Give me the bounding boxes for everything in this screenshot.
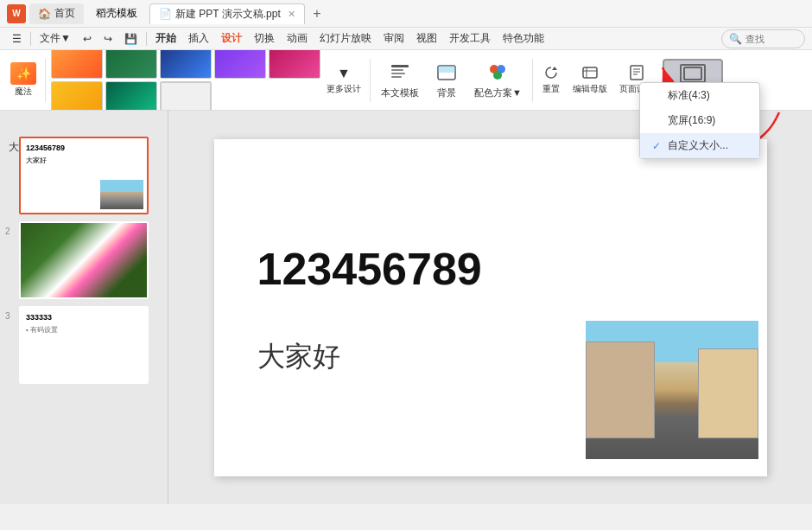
magic-label: 魔法	[15, 86, 32, 98]
template-row-2	[51, 81, 320, 111]
canvas-big-text: 123456789	[257, 243, 482, 295]
slide-num-3: 3	[5, 306, 14, 321]
menu-save[interactable]: 💾	[119, 31, 143, 47]
dropdown-label-widescreen: 宽屏(16:9)	[668, 113, 715, 128]
menu-undo[interactable]: ↩	[78, 31, 97, 47]
slide-size-dropdown: 标准(4:3) 宽屏(16:9) ✓ 自定义大小...	[639, 82, 760, 159]
background-label: 背景	[437, 86, 456, 99]
close-icon[interactable]: ✕	[288, 9, 295, 20]
dropdown-item-widescreen[interactable]: 宽屏(16:9)	[640, 108, 759, 133]
toolbar-divider-1	[45, 59, 46, 102]
reset-icon	[542, 65, 561, 80]
dropdown-item-standard[interactable]: 标准(4:3)	[640, 83, 759, 108]
file-tab-label: 新建 PPT 演示文稿.ppt	[175, 7, 281, 22]
slide-preview-1[interactable]: 123456789 大家好	[19, 137, 149, 214]
menu-dev[interactable]: 开发工具	[444, 29, 496, 48]
slide-2-flower	[21, 223, 147, 297]
home-tab-label: 首页	[54, 6, 75, 21]
home-tab[interactable]: 🏠 首页	[29, 3, 84, 24]
template-row-1	[51, 50, 320, 79]
ppt-icon: 📄	[159, 8, 172, 20]
template-tab[interactable]: 稻壳模板	[87, 3, 146, 24]
menu-view[interactable]: 视图	[411, 29, 442, 48]
slide-1-title: 123456789	[26, 144, 65, 152]
street-image	[586, 321, 758, 459]
menu-animation[interactable]: 动画	[282, 29, 313, 48]
left-panel: 大纲 幻灯片 1 123456789 大家好 2 3	[0, 111, 168, 504]
slide-thumb-2[interactable]: 2	[0, 218, 168, 303]
template-thumb-8[interactable]	[160, 81, 212, 111]
slide-3-content: 333333 • 有码设置	[21, 308, 147, 340]
template-thumb-5[interactable]	[269, 50, 320, 79]
slide-num-2: 2	[5, 221, 14, 236]
menu-design[interactable]: 设计	[216, 29, 247, 48]
building-right	[698, 348, 758, 438]
template-thumb-4[interactable]	[214, 50, 266, 79]
search-icon: 🔍	[729, 33, 742, 45]
menu-start[interactable]: 开始	[150, 29, 181, 48]
menu-redo[interactable]: ↪	[98, 31, 117, 47]
slide-thumb-1[interactable]: 1 123456789 大家好	[0, 133, 168, 218]
menu-slideshow[interactable]: 幻灯片放映	[314, 29, 377, 48]
background-button[interactable]: 背景	[429, 57, 464, 103]
more-design-group: ▼ 更多设计	[323, 64, 365, 97]
template-thumb-2[interactable]	[105, 50, 157, 79]
dropdown-item-custom[interactable]: ✓ 自定义大小...	[640, 133, 759, 158]
slide-3-placeholder: • 有码设置	[26, 325, 142, 335]
add-tab-button[interactable]: +	[308, 5, 326, 22]
canvas-image	[586, 321, 758, 459]
menu-switch[interactable]: 切换	[249, 29, 280, 48]
svg-rect-5	[438, 66, 455, 73]
menu-features[interactable]: 特色功能	[498, 29, 549, 48]
canvas-area[interactable]: 123456789 大家好	[168, 111, 812, 504]
toolbar-divider-2	[370, 59, 371, 102]
text-template-button[interactable]: 本文模板	[376, 57, 424, 103]
magic-icon: ✨	[10, 62, 36, 85]
svg-rect-3	[391, 76, 402, 78]
edit-master-icon	[580, 65, 599, 80]
svg-marker-9	[552, 67, 557, 70]
svg-rect-0	[391, 65, 409, 67]
page-setup-icon	[627, 65, 646, 80]
search-box[interactable]: 🔍	[721, 29, 805, 48]
search-input[interactable]	[745, 34, 797, 44]
slide-1-image	[100, 180, 143, 209]
main-area: 大纲 幻灯片 1 123456789 大家好 2 3	[0, 111, 812, 504]
template-tab-label: 稻壳模板	[96, 6, 137, 21]
menu-insert[interactable]: 插入	[183, 29, 214, 48]
svg-point-8	[493, 71, 502, 80]
reset-label: 重置	[542, 83, 560, 95]
magic-button[interactable]: ✨ 魔法	[7, 61, 40, 99]
slide-3-title: 333333	[26, 313, 142, 322]
template-thumbs	[51, 50, 320, 111]
slide-preview-3[interactable]: 333333 • 有码设置	[19, 306, 149, 384]
edit-master-button[interactable]: 编辑母版	[569, 61, 611, 99]
slide-thumb-3[interactable]: 3 333333 • 有码设置	[0, 303, 168, 387]
menu-separator	[30, 32, 31, 46]
more-design-button[interactable]: ▼ 更多设计	[325, 64, 363, 97]
svg-rect-13	[631, 66, 643, 80]
wps-logo: W	[7, 4, 26, 23]
template-thumb-6[interactable]	[51, 81, 103, 111]
color-scheme-label: 配色方案▼	[474, 86, 522, 99]
template-thumb-1[interactable]	[51, 50, 103, 79]
background-icon	[435, 61, 459, 85]
menu-hamburger[interactable]: ☰	[7, 31, 27, 47]
slide-canvas[interactable]: 123456789 大家好	[214, 139, 767, 476]
building-left	[586, 342, 655, 438]
menu-review[interactable]: 审阅	[378, 29, 409, 48]
menu-bar: ☰ 文件▼ ↩ ↪ 💾 开始 插入 设计 切换 动画 幻灯片放映 审阅 视图 开…	[0, 28, 812, 50]
text-template-label: 本文模板	[381, 86, 419, 99]
template-thumb-3[interactable]	[160, 50, 212, 79]
color-scheme-button[interactable]: 配色方案▼	[469, 57, 527, 103]
template-thumb-7[interactable]	[105, 81, 157, 111]
svg-rect-10	[583, 67, 597, 78]
toolbar-divider-3	[532, 59, 533, 102]
check-icon-custom: ✓	[652, 140, 663, 152]
reset-button[interactable]: 重置	[538, 61, 564, 99]
slide-preview-2[interactable]	[19, 221, 149, 299]
file-tab[interactable]: 📄 新建 PPT 演示文稿.ppt ✕	[149, 3, 305, 24]
menu-file[interactable]: 文件▼	[35, 29, 76, 48]
more-icon: ▼	[337, 66, 351, 81]
menu-sep2	[146, 32, 147, 46]
